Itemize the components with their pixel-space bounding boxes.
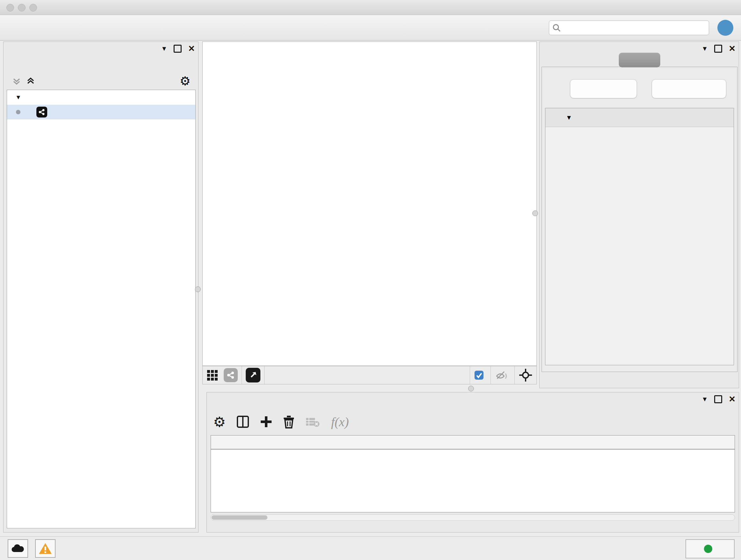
collection-expand-icon[interactable]: ▼	[15, 94, 21, 101]
delete-table-icon	[306, 416, 320, 428]
table-row[interactable]	[211, 449, 735, 463]
table-panel: ▼ ✕ ⚙	[206, 392, 739, 533]
network-share-icon[interactable]	[224, 368, 238, 382]
string-results-box: ▼	[542, 67, 738, 372]
network-collection-row[interactable]: ▼	[7, 90, 195, 105]
protein-structure-image	[552, 143, 667, 264]
bottom-splitter-handle[interactable]	[468, 386, 474, 391]
status-bar	[0, 537, 741, 560]
gene-section-header[interactable]: ▼	[545, 108, 734, 127]
cloud-icon	[11, 544, 24, 553]
collapse-all-button[interactable]	[652, 79, 726, 98]
open-in-window-icon[interactable]	[246, 368, 260, 382]
birdseye-grid-icon[interactable]	[206, 369, 219, 381]
results-panel-collapse-icon[interactable]: ▼	[701, 45, 708, 52]
show-columns-icon[interactable]	[237, 415, 249, 428]
network-list: ▼	[7, 90, 196, 528]
warning-icon	[38, 543, 52, 555]
search-icon	[552, 23, 561, 32]
tab-string[interactable]	[619, 53, 660, 67]
function-builder-icon: f(x)	[331, 415, 349, 429]
fit-selected-crosshair-icon[interactable]	[519, 368, 533, 382]
memory-button[interactable]	[685, 539, 735, 558]
results-panel-float-icon[interactable]	[714, 45, 722, 53]
table-panel-float-icon[interactable]	[714, 395, 722, 403]
main-toolbar	[0, 15, 741, 41]
network-view-toolbar	[202, 366, 537, 384]
help-button[interactable]	[718, 20, 733, 36]
collapse-all-chevron-icon[interactable]	[25, 76, 36, 86]
table-panel-close-icon[interactable]: ✕	[729, 394, 736, 404]
results-panel: ▼ ✕ ▼	[539, 42, 739, 388]
network-row[interactable]	[7, 105, 195, 119]
minimize-window-button[interactable]	[18, 4, 25, 11]
table-horizontal-scrollbar[interactable]	[211, 514, 735, 521]
gene-section: ▼	[545, 108, 734, 365]
cloud-button[interactable]	[8, 539, 28, 558]
add-column-plus-icon[interactable]	[260, 416, 272, 428]
search-input[interactable]	[561, 23, 705, 33]
node-table[interactable]	[211, 435, 735, 512]
string-network-icon	[37, 107, 47, 118]
expand-all-button[interactable]	[570, 79, 637, 98]
control-panel-collapse-icon[interactable]: ▼	[161, 45, 167, 52]
network-options-gear-icon[interactable]: ⚙	[180, 74, 191, 88]
search-box[interactable]	[549, 20, 709, 35]
control-panel-float-icon[interactable]	[174, 45, 182, 53]
close-window-button[interactable]	[6, 4, 14, 11]
network-status-dot	[16, 110, 20, 114]
hidden-eye-icon	[495, 370, 508, 381]
gene-expand-icon[interactable]: ▼	[566, 114, 572, 121]
warnings-button[interactable]	[35, 539, 56, 558]
delete-column-trash-icon[interactable]	[283, 415, 294, 428]
control-panel: ▼ ✕ ⚙ ▼	[3, 42, 199, 533]
expand-all-chevron-icon[interactable]	[11, 76, 22, 86]
results-panel-close-icon[interactable]: ✕	[729, 44, 736, 54]
table-panel-collapse-icon[interactable]: ▼	[701, 395, 708, 403]
table-settings-gear-icon[interactable]: ⚙	[213, 414, 226, 430]
title-bar	[0, 0, 741, 15]
table-toolbar: ⚙ f	[213, 410, 349, 433]
cytoscape-window: ▼ ✕ ⚙ ▼	[0, 0, 741, 560]
memory-status-dot	[704, 545, 712, 553]
selected-checkbox-icon[interactable]	[474, 370, 484, 380]
left-splitter-handle[interactable]	[195, 287, 201, 292]
control-panel-close-icon[interactable]: ✕	[188, 44, 195, 54]
network-canvas[interactable]	[202, 42, 537, 366]
network-selection-row: ⚙	[7, 74, 196, 88]
zoom-window-button[interactable]	[29, 4, 37, 11]
right-splitter-handle[interactable]	[532, 210, 538, 216]
